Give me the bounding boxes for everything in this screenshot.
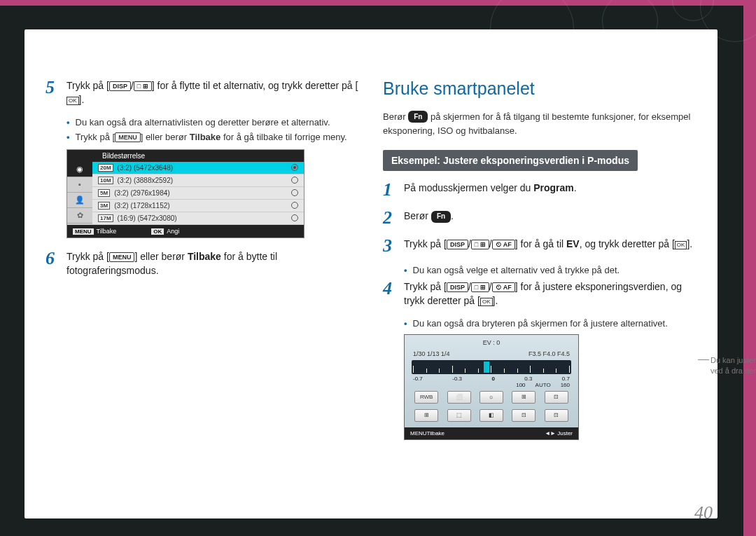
nav-icon: □ ⊞ [471, 240, 489, 249]
step-number: 4 [383, 280, 396, 308]
right-column: Bruke smartpanelet Berør Fn på skjermen … [383, 78, 696, 504]
timer-icon: ⏲ AF [492, 240, 515, 249]
timer-icon: ⏲ AF [492, 282, 515, 292]
page-number: 40 [694, 502, 713, 523]
menu-button-label: MENU [115, 132, 141, 142]
size-option[interactable]: 3M(3:2) (1728x1152) [92, 200, 304, 212]
ok-button-label: OK [480, 298, 493, 306]
tab-user[interactable]: 👤 [67, 193, 92, 208]
sp-title: EV : 0 [405, 339, 578, 346]
bullet-text: Trykk på [MENU] eller berør Tilbake for … [76, 132, 347, 142]
sp-option-button[interactable]: ⬚ [447, 409, 471, 422]
disp-button-label: DISP [447, 282, 468, 292]
step-number: 5 [46, 78, 58, 107]
disp-button-label: DISP [109, 81, 131, 91]
example-heading: Eksempel: Justere eksponeringsverdien i … [383, 150, 638, 171]
ok-button-label: OK [66, 97, 79, 105]
step-6: 6 Trykk på [MENU] eller berør Tilbake fo… [46, 249, 359, 278]
bullet-icon: • [66, 132, 70, 142]
bullet-icon: • [404, 318, 407, 329]
tab-video[interactable]: ▪ [67, 177, 92, 193]
bullet-icon: • [404, 265, 407, 275]
step-number: 6 [46, 249, 58, 278]
step-number: 2 [383, 209, 396, 227]
panel-title: Bildestørrelse [67, 150, 304, 162]
sp-scale[interactable] [412, 360, 571, 374]
sp-option-button[interactable]: ⊡ [545, 391, 568, 404]
bullet-text: Du kan også velge et alternativ ved å tr… [413, 265, 620, 275]
disp-button-label: DISP [447, 240, 468, 249]
step-number: 1 [383, 181, 396, 199]
ok-button-label: OK [675, 241, 687, 249]
left-column: 5 Trykk på [DISP/□ ⊞] for å ﬂytte til et… [46, 78, 359, 504]
smartpanel-preview: EV : 0 1/30 1/13 1/4F3.5 F4.0 F4.5 -0.7-… [404, 334, 579, 440]
sp-option-button[interactable]: ⬜ [447, 391, 471, 404]
sp-option-button[interactable]: ◧ [479, 409, 503, 422]
size-option[interactable]: 10M(3:2) (3888x2592) [92, 174, 304, 187]
tab-photo[interactable]: ◉ [67, 162, 92, 177]
fn-button-label: Fn [431, 211, 451, 223]
sp-option-button[interactable]: ⊞ [512, 391, 536, 404]
section-heading: Bruke smartpanelet [383, 78, 696, 99]
sp-option-button[interactable]: ⊡ [512, 409, 536, 422]
step-number: 3 [383, 237, 396, 255]
nav-icon: □ ⊞ [471, 282, 489, 292]
panel-footer: MENUTilbake OKAngi [67, 225, 304, 238]
step-5: 5 Trykk på [DISP/□ ⊞] for å ﬂytte til et… [46, 78, 359, 107]
size-settings-panel: Bildestørrelse ◉ ▪ 👤 ✿ 20M(3:2) (5472x36… [66, 149, 304, 238]
sp-option-button[interactable]: ☼ [479, 391, 503, 404]
tab-settings[interactable]: ✿ [67, 208, 92, 224]
intro-text: Berør Fn på skjermen for å få tilgang ti… [383, 110, 696, 137]
bullet-text: Du kan også dra alternativlisten og dere… [76, 117, 330, 128]
menu-button-label: MENU [109, 252, 135, 262]
sp-option-button[interactable]: ⊞ [414, 409, 438, 422]
bullet-text: Du kan også dra bryteren på skjermen for… [413, 318, 668, 329]
size-option[interactable]: 17M(16:9) (5472x3080) [92, 212, 304, 225]
nav-icon: □ ⊞ [134, 81, 152, 91]
callout-text: Du kan justere enkelte alternativer ved … [710, 355, 756, 377]
size-option[interactable]: 5M(3:2) (2976x1984) [92, 187, 304, 200]
bullet-icon: • [66, 117, 70, 128]
sp-option-button[interactable]: RWB [414, 391, 438, 404]
fn-button-label: Fn [408, 111, 428, 123]
sp-option-button[interactable]: ⊡ [545, 409, 568, 422]
size-option[interactable]: 20M(3:2) (5472x3648) [92, 162, 304, 174]
